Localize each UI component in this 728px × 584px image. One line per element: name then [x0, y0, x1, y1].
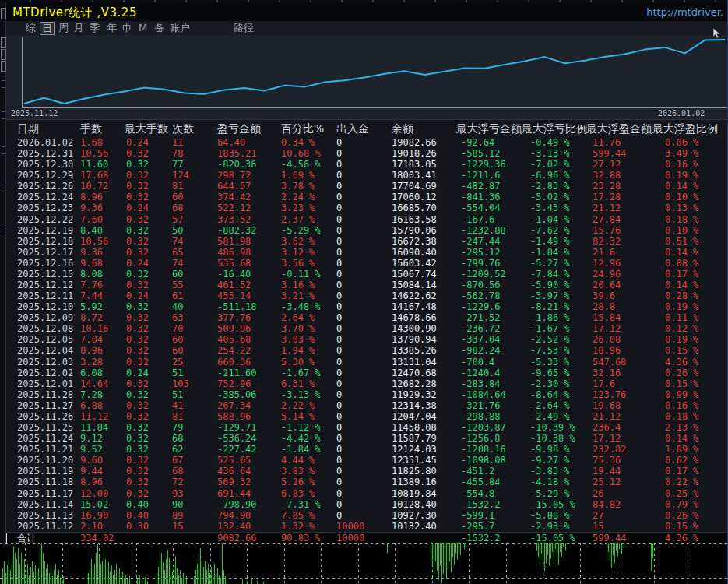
menu-item-备[interactable]: 备 [153, 22, 166, 33]
dock-handle-button[interactable] [1, 49, 6, 60]
table-row[interactable]: 2025.12.057.040.3260405.683.03 %013790.9… [6, 334, 728, 345]
column-header[interactable]: 百分比% [281, 122, 324, 136]
menu-item-综[interactable]: 综 [24, 22, 37, 33]
table-cell: 0.10 % [665, 225, 698, 236]
column-header[interactable]: 最大浮盈金额 [586, 122, 652, 136]
table-cell: 2.13 % [665, 422, 698, 433]
table-row[interactable]: 2025.12.227.600.3257373.522.37 %016163.5… [6, 214, 728, 225]
menu-item-M[interactable]: M [137, 22, 149, 33]
table-cell: -2.30 % [530, 378, 570, 389]
table-row[interactable]: 2025.12.2610.720.3281644.573.78 %017704.… [6, 181, 728, 192]
menu-item-周[interactable]: 周 [57, 22, 70, 33]
table-cell: 16090.40 [392, 247, 437, 258]
menu-bar: 综日周月季年巾M备账户路径 [6, 21, 728, 36]
mouse-cursor-icon [713, 28, 723, 39]
table-cell: 8.96 [80, 477, 103, 487]
table-row[interactable]: 2025.12.198.400.3250-882.32-5.29 %015790… [6, 225, 728, 236]
table-row[interactable]: 2025.12.248.960.3260374.422.24 %017060.1… [6, 192, 728, 202]
column-header[interactable]: 次数 [172, 122, 194, 136]
table-cell: 12314.38 [392, 400, 437, 411]
table-row[interactable]: 2025.11.276.880.3241267.342.22 %012314.3… [6, 400, 728, 411]
table-cell: -7.53 % [530, 345, 570, 356]
table-cell: -3.43 % [530, 202, 570, 213]
table-row[interactable]: 2025.11.188.960.3272569.325.26 %011389.1… [6, 477, 728, 487]
table-row[interactable]: 2025.11.1712.000.3293691.446.83 %010819.… [6, 488, 728, 499]
dock-handle-button[interactable] [1, 61, 6, 72]
menu-item-日[interactable]: 日 [40, 22, 55, 35]
table-cell: 0 [336, 312, 342, 323]
table-row[interactable]: 2025.11.209.600.3267525.654.44 %012351.4… [6, 455, 728, 466]
column-header[interactable]: 最大浮亏比例 [522, 122, 587, 136]
table-cell: 15.76 [593, 225, 621, 236]
table-cell: 588.96 [217, 411, 251, 422]
table-row[interactable]: 2025.12.179.360.3265486.983.12 %016090.4… [6, 247, 728, 258]
column-header[interactable]: 最大手数 [125, 122, 168, 136]
table-cell: 1.69 % [281, 170, 315, 181]
table-row[interactable]: 2025.12.3110.560.32781835.2110.68 %01901… [6, 148, 728, 159]
column-header[interactable]: 最大浮盈比例 [652, 122, 718, 136]
dock-handle-button[interactable] [1, 37, 6, 48]
total-cell: 9082.66 [217, 533, 257, 544]
table-row[interactable]: 2025.11.2611.120.3281588.965.14 %012047.… [6, 411, 728, 422]
menu-item-年[interactable]: 年 [105, 22, 118, 33]
table-row[interactable]: 2025.12.169.680.2474535.683.56 %015603.4… [6, 258, 728, 269]
table-row[interactable]: 2025.12.239.360.2468522.123.23 %016685.7… [6, 202, 728, 213]
menu-item-路径[interactable]: 路径 [232, 22, 255, 33]
table-row[interactable]: 2025.12.0114.640.32105752.966.31 %012682… [6, 378, 728, 389]
table-row[interactable]: 2025.12.098.720.3263377.762.64 %014678.6… [6, 312, 728, 323]
table-cell: 2025.12.17 [17, 247, 73, 258]
table-cell: 0.26 % [665, 368, 698, 378]
dock-handle-button[interactable] [1, 8, 6, 19]
table-row[interactable]: 2025.12.026.080.2451-211.60-1.67 %012470… [6, 368, 728, 378]
table-cell: 32.88 [593, 170, 621, 181]
table-row[interactable]: 2025.11.1316.900.4089794.907.85 %010927.… [6, 510, 728, 521]
column-header[interactable]: 手数 [80, 122, 102, 136]
menu-item-巾[interactable]: 巾 [121, 22, 134, 33]
menu-item-账户[interactable]: 账户 [168, 22, 192, 33]
table-cell: -1209.52 [461, 269, 506, 280]
table-row[interactable]: 2026.01.021.680.241164.400.34 %019082.66… [6, 137, 728, 148]
menu-item-季[interactable]: 季 [88, 22, 101, 33]
table-cell: 0.79 % [665, 499, 698, 510]
table-row[interactable]: 2025.12.0810.160.3270509.963.70 %014300.… [6, 323, 728, 334]
table-row[interactable]: 2025.12.127.760.3255461.523.16 %015084.1… [6, 280, 728, 290]
column-header[interactable]: 最大浮亏金额 [456, 122, 522, 136]
table-row[interactable]: 2025.11.199.440.3268436.643.83 %011825.8… [6, 466, 728, 477]
table-cell: 40 [172, 301, 183, 312]
table-cell: 0.15 % [665, 521, 698, 532]
table-cell: -820.36 [217, 159, 257, 170]
table-row[interactable]: 2025.11.249.120.3268-536.24-4.42 %011587… [6, 433, 728, 444]
table-row[interactable]: 2025.12.2917.680.32124298.721.69 %018003… [6, 170, 728, 181]
column-header[interactable]: 盈亏金额 [217, 122, 261, 136]
table-row[interactable]: 2025.11.219.520.3262-227.42-1.84 %012124… [6, 444, 728, 455]
table-row[interactable]: 2025.12.117.440.2461455.143.21 %014622.6… [6, 290, 728, 301]
menu-item-月[interactable]: 月 [72, 22, 86, 33]
table-cell: 2025.12.30 [17, 159, 73, 170]
table-cell: 51 [172, 389, 183, 400]
table-cell: 84.82 [593, 499, 621, 510]
table-row[interactable]: 2025.12.048.960.3260254.221.94 %013385.2… [6, 345, 728, 356]
table-cell: -9.65 % [530, 368, 570, 378]
column-header[interactable]: 余额 [392, 122, 413, 136]
table-row[interactable]: 2025.12.105.920.3240-511.18-3.48 %014167… [6, 301, 728, 312]
table-cell: 1.32 % [281, 521, 315, 532]
website-link[interactable]: http://mtdriver. [646, 6, 723, 18]
table-cell: -1.67 % [281, 368, 321, 378]
table-row[interactable]: 2025.11.287.280.3251-385.06-3.13 %011929… [6, 389, 728, 400]
table-cell: 0 [336, 488, 342, 499]
table-row[interactable]: 2025.11.2511.840.3279-129.71-1.12 %01145… [6, 422, 728, 433]
column-header[interactable]: 出入金 [336, 122, 369, 136]
column-header[interactable]: 日期 [17, 122, 39, 136]
table-row[interactable]: 2025.12.1810.560.3274581.983.62 %016672.… [6, 236, 728, 247]
table-row[interactable]: 2025.12.158.080.3260-16.40-0.11 %015067.… [6, 269, 728, 280]
table-row[interactable]: 2025.12.033.280.3225660.365.30 %013131.0… [6, 357, 728, 368]
table-row[interactable]: 2025.11.122.100.3015132.401.32 %10000101… [6, 521, 728, 532]
table-cell: -10.38 % [530, 433, 575, 444]
table-row[interactable]: 2025.12.3011.600.3277-820.36-4.56 %01718… [6, 159, 728, 170]
table-cell: 0 [336, 280, 342, 290]
table-cell: -1211.6 [461, 170, 501, 181]
table-cell: 1.94 % [281, 345, 315, 356]
table-row[interactable]: 2025.11.1415.020.4090-798.90-7.31 %01012… [6, 499, 728, 510]
table-cell: -1229.36 [461, 159, 506, 170]
total-row[interactable]: 合计334.029082.6690.83 %10000-1532.2-15.05… [6, 532, 728, 544]
